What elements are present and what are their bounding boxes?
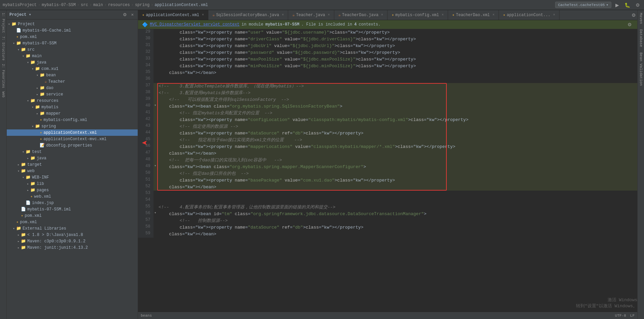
tree-item-mybatis-06-cache[interactable]: 📄mybatis-06-Cache.iml xyxy=(7,27,138,34)
tab-close-icon4[interactable]: × xyxy=(381,13,383,17)
tab-close-icon6[interactable]: × xyxy=(493,13,495,17)
settings-icon[interactable]: ⚙ xyxy=(634,2,641,8)
tree-item-service[interactable]: ▸📁service xyxy=(7,91,138,97)
tree-item-spring[interactable]: ▾📁spring xyxy=(7,123,138,129)
tree-item-com-xu1[interactable]: ▾📁com.xu1 xyxy=(7,66,138,72)
tree-item-project-header[interactable]: ▾📁Project xyxy=(7,21,138,27)
tab-close-icon7[interactable]: × xyxy=(553,13,555,17)
line-fold-48 xyxy=(153,157,157,164)
sidebar-icon-structure[interactable]: 7: Structure xyxy=(1,35,6,62)
tree-item-lib[interactable]: ▸📁lib xyxy=(7,181,138,187)
tree-item-teacher[interactable]: ☕Teacher xyxy=(7,78,138,85)
tree-item-applicationContext-mvc[interactable]: ✦applicationContext-mvc.xml xyxy=(7,136,138,142)
tree-item-dao[interactable]: ▸📁dao xyxy=(7,85,138,91)
tree-icon-dbconfig: 📝 xyxy=(40,143,45,148)
tree-item-pom-xml-1[interactable]: ✦pom.xml xyxy=(7,34,138,40)
tab-applicationContext[interactable]: ✦ applicationContext.xml × xyxy=(138,10,208,20)
tree-icon-target: 📁 xyxy=(21,162,26,167)
line-number-34: 34 xyxy=(138,63,153,70)
java-file-icon: ☕ xyxy=(212,12,215,17)
tree-item-mybatis-07-ssm-iml[interactable]: 📄mybatis-07-SSM.iml xyxy=(7,206,138,212)
panel-close-icon[interactable]: × xyxy=(130,11,135,18)
tree-item-mybatis[interactable]: ▾📁mybatis xyxy=(7,104,138,110)
run-config-selector[interactable]: CacheTest.cacheTest05 ▾ xyxy=(555,2,611,8)
sidebar-tab-maven[interactable]: Maven xyxy=(638,10,644,27)
breadcrumb-spring[interactable]: spring xyxy=(135,3,149,7)
run-config-label: CacheTest.cacheTest05 xyxy=(558,3,605,7)
tree-item-mybatis-07-ssm[interactable]: ▾📁mybatis-07-SSM xyxy=(7,40,138,46)
tab-close-icon2[interactable]: × xyxy=(282,13,284,17)
tab-Teacher[interactable]: ☕ Teacher.java × xyxy=(288,10,334,20)
panel-settings-icon[interactable]: ⚙ xyxy=(122,11,128,18)
tree-label-test: test xyxy=(32,150,42,154)
run-button[interactable]: ▶ xyxy=(614,2,620,8)
sidebar-icon-web[interactable]: Web xyxy=(1,90,6,99)
tree-item-pages[interactable]: ▸📁pages xyxy=(7,187,138,193)
tree-item-main[interactable]: ▾📁main xyxy=(7,53,138,59)
tree-label-web-inf: WEB-INF xyxy=(32,175,49,180)
line-fold-47 xyxy=(153,150,157,157)
breadcrumb-resources[interactable]: resources xyxy=(108,3,130,7)
tab-close-icon5[interactable]: × xyxy=(442,13,444,17)
tree-icon-java2: 📁 xyxy=(30,156,35,161)
tab-close-icon3[interactable]: × xyxy=(328,13,330,17)
tree-item-applicationContext[interactable]: ✦applicationContext.xml xyxy=(7,129,138,136)
tree-item-mybatis-config[interactable]: ✦mybatis-config.xml xyxy=(7,117,138,123)
tree-item-resources[interactable]: ▾📁resources xyxy=(7,97,138,104)
tree-label-c3p0: Maven: c3p0:c3p0:0.9.1.2 xyxy=(27,239,86,244)
tree-icon-mybatis-06-cache: 📄 xyxy=(16,28,21,33)
sidebar-icon-project[interactable]: 1: Project xyxy=(1,11,6,34)
line-content-32: class="kw"><property name="password" val… xyxy=(157,49,637,56)
line-content-47: class="kw"></bean> xyxy=(157,150,637,157)
tab-settings-icon[interactable]: ⚙ xyxy=(630,12,637,18)
line-content-43: <!-- 指定使用的数据源 --> xyxy=(157,123,637,130)
tree-item-bean[interactable]: ▾📁bean xyxy=(7,72,138,78)
tree-item-src[interactable]: ▾📁src xyxy=(7,46,138,53)
tree-item-mapper[interactable]: ▸📁mapper xyxy=(7,110,138,117)
tree-label-java: java xyxy=(37,60,46,65)
tree-item-target[interactable]: ▸📁target xyxy=(7,161,138,168)
tree-item-pom-xml-2[interactable]: ✦pom.xml xyxy=(7,212,138,219)
tree-item-web-inf[interactable]: ▾📁WEB-INF xyxy=(7,174,138,181)
tree-item-junit[interactable]: ▸📁Maven: junit:junit:4.13.2 xyxy=(7,244,138,251)
tree-label-applicationContext-mvc: applicationContext-mvc.xml xyxy=(43,137,106,142)
tree-item-index-jsp[interactable]: 📄index.jsp xyxy=(7,200,138,206)
breadcrumb-main[interactable]: main xyxy=(93,3,103,7)
tree-item-c3p0[interactable]: ▸📁Maven: c3p0:c3p0:0.9.1.2 xyxy=(7,238,138,244)
tree-item-web[interactable]: ▾📁web xyxy=(7,168,138,174)
line-content-29: class="kw"><property name="user" value="… xyxy=(157,29,637,36)
tab-applicationCont[interactable]: ✦ applicationCont... × xyxy=(499,10,560,20)
sidebar-tab-validation[interactable]: Bean Validation xyxy=(638,50,644,88)
tree-label-web-xml: web.xml xyxy=(34,194,51,199)
tree-item-external-libraries[interactable]: ▾📁External Libraries xyxy=(7,225,138,232)
tree-arrow-c3p0: ▸ xyxy=(16,239,21,243)
tab-SqlSessionFactory[interactable]: ☕ SqlSessionFactoryBean.java × xyxy=(208,10,288,20)
sidebar-icon-favorites[interactable]: 2: Favorites xyxy=(1,63,6,89)
tab-label-mybatis-config: mybatis-config.xml xyxy=(395,13,439,17)
tree-item-pom-xml-3[interactable]: ✦pom.xml xyxy=(7,219,138,225)
context-dispatcher-link[interactable]: MVC DispatcherServlet servlet context xyxy=(150,22,239,27)
code-editor[interactable]: 29 class="kw"><property name="user" valu… xyxy=(138,29,637,312)
context-settings-icon[interactable]: ⚙ xyxy=(626,21,633,28)
tab-TeacherDao[interactable]: ☕ TeacherDao.java × xyxy=(334,10,387,20)
tab-TeacherDao-xml[interactable]: ✦ TeacherDao.xml × xyxy=(448,10,499,20)
tree-icon-java: 📁 xyxy=(30,60,35,65)
context-bar: 🔷 MVC DispatcherServlet servlet context … xyxy=(138,20,637,29)
tab-label-appCont: applicationCont... xyxy=(507,13,550,17)
tree-item-test[interactable]: ▾📁test xyxy=(7,149,138,155)
tree-label-external-libraries: External Libraries xyxy=(23,226,66,231)
tree-item-java18[interactable]: ▸📁< 1.8 > D:\Java\java1.8 xyxy=(7,232,138,238)
breadcrumb-src[interactable]: src xyxy=(81,3,88,7)
tree-item-web-xml[interactable]: ✦web.xml xyxy=(7,193,138,200)
breadcrumb-module[interactable]: mybatis-07-SSM xyxy=(42,3,76,7)
tree-item-java[interactable]: ▾📁java xyxy=(7,59,138,66)
line-content-59: class="kw"></bean> xyxy=(157,231,637,238)
tree-icon-c3p0: 📁 xyxy=(21,239,26,244)
tab-mybatis-config[interactable]: ✦ mybatis-config.xml × xyxy=(387,10,448,20)
tree-item-dbconfig[interactable]: 📝dbconfig.properties xyxy=(7,142,138,149)
sidebar-tab-database[interactable]: Database xyxy=(638,27,644,50)
tree-item-java2[interactable]: ▸📁java xyxy=(7,155,138,161)
breadcrumb-project[interactable]: mybatisProject xyxy=(3,3,37,7)
tab-close-icon[interactable]: × xyxy=(202,13,204,17)
debug-button[interactable]: 🐛 xyxy=(623,2,632,8)
